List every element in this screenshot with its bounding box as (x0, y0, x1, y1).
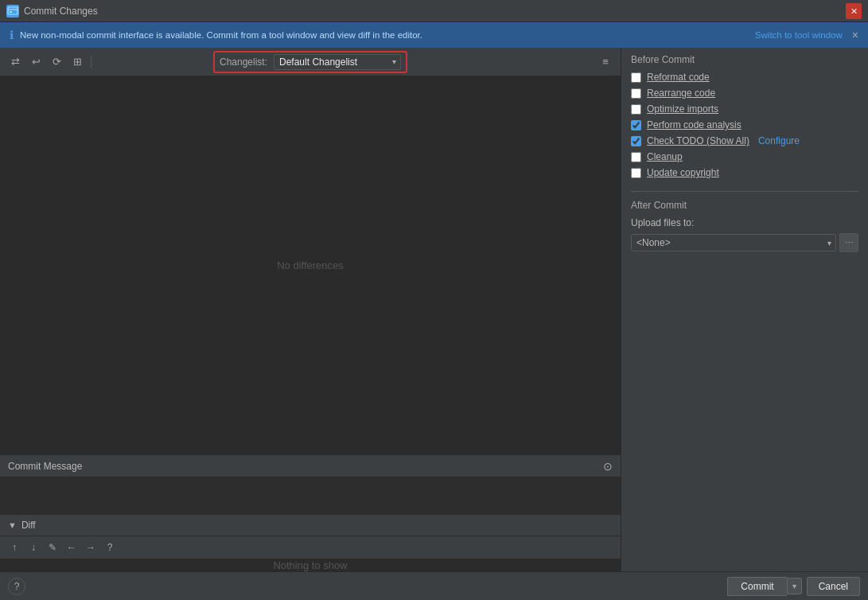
optimize-imports-label[interactable]: Optimize imports (647, 103, 718, 115)
cleanup-label[interactable]: Cleanup (647, 151, 683, 162)
perform-analysis-row: Perform code analysis (631, 119, 858, 131)
diff-back-button[interactable]: ← (64, 540, 80, 555)
cleanup-row: Cleanup (631, 151, 858, 162)
update-copyright-checkbox[interactable] (631, 168, 641, 178)
diff-forward-button[interactable]: → (83, 540, 99, 555)
diff-toolbar: ↑ ↓ ✎ ← → ? (0, 536, 621, 559)
nothing-to-show-text: Nothing to show (273, 559, 347, 571)
no-differences-text: No differences (277, 259, 344, 271)
cancel-button[interactable]: Cancel (807, 577, 860, 596)
optimize-imports-row: Optimize imports (631, 103, 858, 115)
diff-help-button[interactable]: ? (102, 540, 118, 555)
diff-content-area: Nothing to show (0, 559, 621, 571)
configure-link[interactable]: Configure (758, 135, 800, 146)
commit-message-header: Commit Message ⊙ (0, 455, 621, 477)
upload-options-button[interactable]: ⋯ (839, 233, 858, 252)
changelist-section: Changelist: Default Changelist ▾ (213, 51, 407, 73)
upload-select-wrapper: <None> ▾ (631, 234, 836, 251)
perform-analysis-checkbox[interactable] (631, 120, 641, 131)
commit-message-info-icon[interactable]: ⊙ (603, 460, 613, 473)
refresh-button[interactable]: ⟳ (48, 53, 65, 71)
reformat-code-checkbox[interactable] (631, 72, 641, 83)
app-icon (6, 5, 19, 18)
check-todo-label[interactable]: Check TODO (Show All) (647, 135, 749, 146)
svg-rect-0 (8, 7, 18, 14)
rearrange-code-label[interactable]: Rearrange code (647, 88, 715, 99)
reformat-code-label[interactable]: Reformat code (647, 72, 710, 83)
check-todo-row: Check TODO (Show All) Configure (631, 135, 858, 146)
perform-analysis-label[interactable]: Perform code analysis (647, 119, 741, 131)
title-bar: Commit Changes ✕ (0, 0, 868, 22)
update-copyright-label[interactable]: Update copyright (647, 167, 719, 178)
left-panel: ⇄ ↩ ⟳ ⊞ Changelist: Default Changelist ▾… (0, 48, 621, 571)
changelist-label: Changelist: (220, 56, 267, 68)
commit-message-area: Commit Message ⊙ ▼ Diff ↑ ↓ ✎ ← → ? Noth… (0, 454, 621, 571)
separator (91, 56, 91, 68)
commit-message-label: Commit Message (8, 461, 82, 472)
rearrange-code-row: Rearrange code (631, 88, 858, 99)
changelist-select-wrapper: Default Changelist ▾ (274, 54, 401, 70)
diff-section-header: ▼ Diff (0, 514, 621, 536)
no-differences-area: No differences (0, 76, 621, 454)
help-button[interactable]: ? (8, 578, 25, 595)
group-button[interactable]: ⊞ (68, 53, 86, 71)
commit-message-input[interactable] (0, 477, 621, 514)
optimize-imports-checkbox[interactable] (631, 104, 641, 115)
upload-select[interactable]: <None> (631, 234, 836, 251)
upload-row: <None> ▾ ⋯ (631, 233, 858, 252)
expand-all-button[interactable]: ≡ (597, 53, 614, 71)
bottom-bar: ? Commit ▾ Cancel (0, 571, 868, 600)
diff-collapse-button[interactable]: ▼ (8, 520, 17, 530)
diff-label: Diff (21, 520, 36, 531)
changelist-select[interactable]: Default Changelist (274, 54, 401, 70)
switch-tool-window-link[interactable]: Switch to tool window (755, 30, 843, 40)
after-commit-title: After Commit (631, 200, 858, 211)
commit-button[interactable]: Commit (727, 577, 786, 596)
info-bar: ℹ New non-modal commit interface is avai… (0, 22, 868, 48)
commit-btn-group: Commit ▾ (727, 577, 801, 596)
diff-down-button[interactable]: ↓ (25, 540, 41, 555)
reformat-code-row: Reformat code (631, 72, 858, 83)
update-copyright-row: Update copyright (631, 167, 858, 178)
info-message: New non-modal commit interface is availa… (20, 30, 755, 40)
help-icon: ? (14, 581, 20, 592)
diff-edit-button[interactable]: ✎ (45, 540, 60, 555)
check-todo-checkbox[interactable] (631, 136, 641, 146)
undo-button[interactable]: ↩ (27, 53, 45, 71)
cleanup-checkbox[interactable] (631, 152, 641, 162)
info-icon: ℹ (10, 29, 14, 41)
action-buttons: Commit ▾ Cancel (727, 577, 860, 596)
window-title: Commit Changes (24, 6, 862, 17)
svg-rect-2 (10, 11, 12, 13)
upload-files-label: Upload files to: (631, 217, 858, 228)
close-button[interactable]: ✕ (846, 3, 862, 19)
commit-dropdown-button[interactable]: ▾ (787, 578, 802, 594)
section-divider (631, 191, 858, 192)
toolbar: ⇄ ↩ ⟳ ⊞ Changelist: Default Changelist ▾… (0, 48, 621, 76)
move-up-button[interactable]: ⇄ (6, 53, 24, 71)
info-bar-close-icon[interactable]: × (852, 29, 858, 41)
diff-up-button[interactable]: ↑ (6, 540, 22, 555)
rearrange-code-checkbox[interactable] (631, 88, 641, 99)
before-commit-title: Before Commit (631, 54, 858, 65)
main-content: ⇄ ↩ ⟳ ⊞ Changelist: Default Changelist ▾… (0, 48, 868, 571)
right-panel: Before Commit Reformat code Rearrange co… (621, 48, 868, 571)
